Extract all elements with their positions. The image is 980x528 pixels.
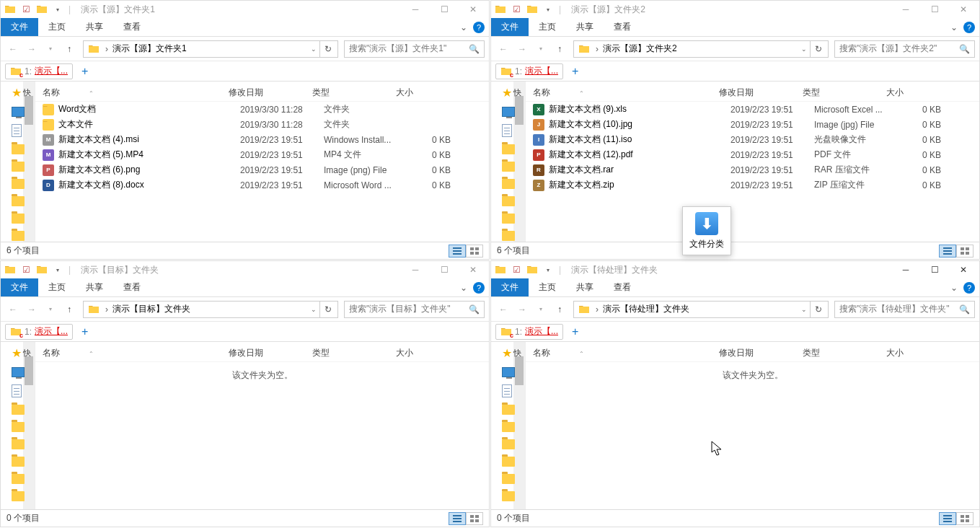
check-icon[interactable]: ☑ bbox=[510, 3, 523, 16]
refresh-button[interactable]: ↻ bbox=[811, 304, 826, 314]
sidebar-folder-3[interactable] bbox=[12, 439, 25, 449]
sidebar-folder-3[interactable] bbox=[502, 439, 515, 449]
col-size[interactable]: 大小 bbox=[396, 87, 439, 99]
breadcrumb[interactable]: 演示【目标】文件夹 bbox=[111, 303, 192, 315]
details-view-button[interactable] bbox=[449, 245, 466, 258]
search-input[interactable]: 搜索"演示【待处理】文件夹" 🔍 bbox=[834, 301, 975, 318]
title-bar[interactable]: ☑ ▾ | 演示【待处理】文件夹 ─ ☐ ✕ bbox=[491, 261, 979, 278]
file-row[interactable]: R 新建文本文档.rar 2019/2/23 19:51 RAR 压缩文件 0 … bbox=[526, 162, 979, 177]
search-input[interactable]: 搜索"演示【源】文件夹2" 🔍 bbox=[834, 40, 975, 58]
history-dropdown-icon[interactable]: ▾ bbox=[43, 41, 58, 57]
title-bar[interactable]: ☑ ▾ | 演示【源】文件夹2 ─ ☐ ✕ bbox=[491, 1, 979, 18]
minimize-button[interactable]: ─ bbox=[401, 261, 430, 278]
ribbon-tab-2[interactable]: 查看 bbox=[113, 18, 151, 36]
folder-tab[interactable]: c 1: 演示【... bbox=[5, 324, 73, 340]
help-icon[interactable]: ? bbox=[473, 282, 485, 294]
check-icon[interactable]: ☑ bbox=[19, 263, 32, 276]
sidebar-folder-5[interactable] bbox=[12, 474, 25, 484]
ribbon-tab-1[interactable]: 共享 bbox=[566, 278, 604, 296]
sidebar-folder-5[interactable] bbox=[502, 214, 515, 224]
minimize-button[interactable]: ─ bbox=[891, 261, 920, 278]
title-bar[interactable]: ☑ ▾ | 演示【源】文件夹1 ─ ☐ ✕ bbox=[1, 1, 489, 18]
documents-icon[interactable] bbox=[502, 124, 512, 137]
up-button[interactable]: ↑ bbox=[61, 302, 77, 317]
maximize-button[interactable]: ☐ bbox=[920, 261, 949, 278]
sidebar-folder-2[interactable] bbox=[12, 162, 25, 172]
ribbon-expand-icon[interactable]: ⌄ bbox=[950, 22, 958, 32]
close-button[interactable]: ✕ bbox=[459, 1, 487, 18]
close-button[interactable]: ✕ bbox=[949, 1, 978, 18]
sidebar-folder-6[interactable] bbox=[12, 231, 25, 241]
quick-access-icon[interactable]: 快 bbox=[12, 86, 22, 100]
ribbon-tab-1[interactable]: 共享 bbox=[76, 18, 113, 36]
history-dropdown-icon[interactable]: ▾ bbox=[533, 302, 549, 317]
sidebar-folder-1[interactable] bbox=[502, 144, 515, 154]
col-date[interactable]: 修改日期 bbox=[719, 347, 803, 359]
file-row[interactable]: Word文档 2019/3/30 11:28 文件夹 bbox=[35, 102, 489, 117]
details-view-button[interactable] bbox=[939, 512, 956, 525]
file-row[interactable]: P 新建文本文档 (12).pdf 2019/2/23 19:51 PDF 文件… bbox=[526, 147, 979, 162]
history-dropdown-icon[interactable]: ▾ bbox=[43, 302, 58, 317]
help-icon[interactable]: ? bbox=[473, 22, 485, 33]
icons-view-button[interactable] bbox=[956, 245, 974, 258]
sidebar-folder-2[interactable] bbox=[502, 162, 515, 172]
file-row[interactable]: Z 新建文本文档.zip 2019/2/23 19:51 ZIP 压缩文件 0 … bbox=[526, 177, 979, 193]
this-pc-icon[interactable] bbox=[502, 367, 515, 377]
up-button[interactable]: ↑ bbox=[61, 41, 77, 57]
col-type[interactable]: 类型 bbox=[803, 87, 886, 99]
forward-button[interactable]: → bbox=[24, 302, 40, 317]
file-row[interactable]: J 新建文本文档 (10).jpg 2019/2/23 19:51 Image … bbox=[526, 117, 979, 132]
address-bar[interactable]: › 演示【待处理】文件夹 ⌄ ↻ bbox=[573, 301, 829, 318]
folder-tab[interactable]: c 1: 演示【... bbox=[5, 63, 73, 79]
search-input[interactable]: 搜索"演示【源】文件夹1" 🔍 bbox=[344, 40, 485, 58]
search-icon[interactable]: 🔍 bbox=[469, 304, 480, 314]
file-tab[interactable]: 文件 bbox=[1, 18, 38, 36]
details-view-button[interactable] bbox=[449, 512, 466, 525]
ribbon-tab-0[interactable]: 主页 bbox=[38, 278, 76, 296]
title-bar[interactable]: ☑ ▾ | 演示【目标】文件夹 ─ ☐ ✕ bbox=[1, 261, 489, 278]
maximize-button[interactable]: ☐ bbox=[430, 1, 459, 18]
maximize-button[interactable]: ☐ bbox=[920, 1, 949, 18]
col-date[interactable]: 修改日期 bbox=[229, 87, 312, 99]
back-button[interactable]: ← bbox=[5, 41, 21, 57]
address-bar[interactable]: › 演示【目标】文件夹 ⌄ ↻ bbox=[83, 301, 338, 318]
back-button[interactable]: ← bbox=[495, 41, 511, 57]
file-row[interactable]: M 新建文本文档 (5).MP4 2019/2/23 19:51 MP4 文件 … bbox=[35, 147, 489, 162]
column-header[interactable]: 名称⌃ 修改日期 类型 大小 bbox=[35, 345, 489, 362]
col-type[interactable]: 类型 bbox=[312, 87, 396, 99]
refresh-button[interactable]: ↻ bbox=[320, 304, 336, 314]
documents-icon[interactable] bbox=[502, 384, 512, 397]
col-size[interactable]: 大小 bbox=[396, 347, 439, 359]
ribbon-tab-1[interactable]: 共享 bbox=[76, 278, 113, 296]
forward-button[interactable]: → bbox=[24, 41, 40, 57]
maximize-button[interactable]: ☐ bbox=[430, 261, 459, 278]
check-icon[interactable]: ☑ bbox=[510, 263, 523, 276]
ribbon-tab-2[interactable]: 查看 bbox=[113, 278, 151, 296]
new-tab-button[interactable]: + bbox=[77, 65, 92, 78]
qat-dropdown-icon[interactable]: ▾ bbox=[51, 263, 64, 276]
ribbon-tab-0[interactable]: 主页 bbox=[529, 18, 566, 36]
address-bar[interactable]: › 演示【源】文件夹1 ⌄ ↻ bbox=[83, 40, 338, 58]
address-dropdown-icon[interactable]: ⌄ bbox=[801, 45, 810, 53]
file-row[interactable]: D 新建文本文档 (8).docx 2019/2/23 19:51 Micros… bbox=[35, 177, 489, 193]
column-header[interactable]: 名称⌃ 修改日期 类型 大小 bbox=[35, 84, 489, 102]
refresh-button[interactable]: ↻ bbox=[811, 44, 826, 54]
new-tab-button[interactable]: + bbox=[77, 325, 92, 338]
address-dropdown-icon[interactable]: ⌄ bbox=[311, 45, 319, 53]
file-row[interactable]: X 新建文本文档 (9).xls 2019/2/23 19:51 Microso… bbox=[526, 102, 979, 117]
search-icon[interactable]: 🔍 bbox=[959, 44, 970, 54]
close-button[interactable]: ✕ bbox=[459, 261, 487, 278]
file-tab[interactable]: 文件 bbox=[491, 18, 529, 36]
column-header[interactable]: 名称⌃ 修改日期 类型 大小 bbox=[526, 345, 979, 362]
help-icon[interactable]: ? bbox=[963, 22, 975, 33]
chevron-right-icon[interactable]: › bbox=[593, 304, 601, 314]
chevron-right-icon[interactable]: › bbox=[102, 44, 111, 54]
forward-button[interactable]: → bbox=[514, 41, 530, 57]
close-button[interactable]: ✕ bbox=[949, 261, 978, 278]
ribbon-tab-1[interactable]: 共享 bbox=[566, 18, 604, 36]
breadcrumb[interactable]: 演示【待处理】文件夹 bbox=[601, 303, 691, 315]
icons-view-button[interactable] bbox=[956, 512, 974, 525]
qat-dropdown-icon[interactable]: ▾ bbox=[51, 3, 64, 16]
quick-access-icon[interactable]: 快 bbox=[502, 86, 512, 100]
forward-button[interactable]: → bbox=[514, 302, 530, 317]
